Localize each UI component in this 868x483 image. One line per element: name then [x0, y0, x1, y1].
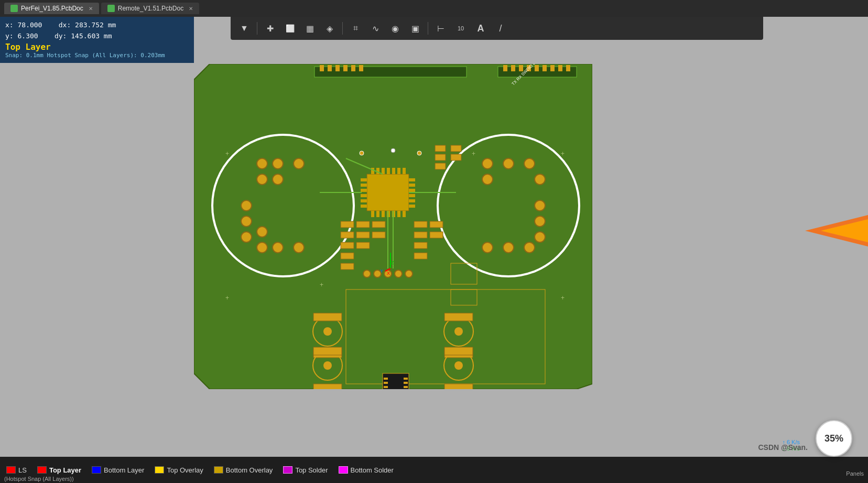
svg-rect-64	[371, 211, 374, 217]
svg-rect-109	[444, 313, 473, 321]
layer-label-bottom: Bottom Layer	[104, 466, 144, 474]
text-tool[interactable]: A	[471, 20, 490, 37]
component-tool[interactable]: ◈	[320, 20, 339, 37]
toolbar-sep-3	[428, 22, 428, 35]
svg-rect-78	[341, 242, 354, 249]
toolbar-sep-2	[342, 22, 343, 35]
svg-rect-70	[403, 211, 406, 217]
tab-close-perfei[interactable]: ✕	[89, 6, 93, 12]
csdn-watermark: CSDN @Svan.	[758, 443, 808, 452]
layer-ls[interactable]: LS	[6, 466, 27, 474]
svg-point-42	[503, 242, 514, 253]
titlebar: PerFei_V1.85.PcbDoc ✕ Remote_V1.51.PcbDo…	[0, 0, 868, 17]
svg-rect-83	[356, 242, 370, 249]
svg-text:X: X	[387, 271, 390, 276]
svg-rect-86	[414, 221, 427, 228]
layer-bottom[interactable]: Bottom Layer	[92, 466, 144, 474]
route-tool[interactable]: ⌗	[346, 20, 365, 37]
svg-point-40	[535, 232, 545, 242]
layer-swatch-top-overlay	[155, 466, 164, 474]
layer-swatch-bottom	[92, 466, 101, 474]
zoom-circle[interactable]: 35%	[816, 420, 852, 457]
svg-point-36	[535, 174, 545, 185]
svg-rect-79	[341, 253, 354, 259]
svg-point-21	[273, 158, 283, 169]
tab-perfei[interactable]: PerFei_V1.85.PcbDoc ✕	[4, 3, 99, 14]
svg-point-152	[417, 151, 421, 155]
svg-point-33	[482, 158, 493, 169]
panels-button[interactable]: Panels	[846, 470, 864, 477]
add-tool[interactable]: ✚	[261, 20, 279, 37]
svg-rect-89	[414, 253, 427, 259]
measure-tool[interactable]: ⊢	[431, 20, 450, 37]
svg-rect-7	[359, 65, 363, 71]
svg-rect-85	[372, 232, 385, 238]
svg-point-39	[535, 216, 545, 227]
layer-label-bottom-solder: Bottom Solder	[351, 466, 394, 474]
layer-label-ls: LS	[18, 466, 27, 474]
svg-point-30	[294, 242, 304, 253]
layer-bottom-solder[interactable]: Bottom Solder	[339, 466, 394, 474]
svg-point-28	[257, 242, 267, 253]
svg-rect-84	[372, 221, 385, 228]
svg-point-26	[241, 216, 252, 227]
arc-tool[interactable]: ∿	[366, 20, 385, 37]
tab-close-remote[interactable]: ✕	[189, 6, 193, 12]
tab-label-perfei: PerFei_V1.85.PcbDoc	[21, 5, 83, 12]
svg-text:+: +	[561, 150, 565, 157]
plane-tool[interactable]: ▣	[406, 20, 425, 37]
main-canvas[interactable]: TX RX SWDIO GND SWCLK 3.3V	[0, 17, 868, 457]
toolbar-sep-1	[257, 22, 257, 35]
svg-rect-60	[387, 168, 390, 174]
svg-text:+: +	[320, 281, 323, 288]
via-tool[interactable]: ◉	[386, 20, 405, 37]
svg-rect-11	[519, 65, 523, 71]
chart-tool[interactable]: ▦	[300, 20, 319, 37]
svg-point-151	[360, 151, 364, 155]
svg-point-38	[535, 200, 545, 211]
svg-rect-76	[341, 221, 354, 228]
svg-point-22	[294, 158, 304, 169]
svg-rect-47	[361, 189, 367, 192]
svg-rect-52	[409, 184, 415, 187]
numbering-tool[interactable]: 10	[451, 20, 470, 37]
filter-tool[interactable]: ▼	[235, 20, 254, 37]
svg-rect-17	[566, 65, 570, 71]
tab-label-remote: Remote_V1.51.PcbDoc	[118, 5, 183, 12]
layer-top-solder[interactable]: Top Solder	[283, 466, 328, 474]
svg-rect-44	[367, 174, 409, 211]
zoom-value: 35%	[824, 433, 843, 444]
line-tool[interactable]: /	[491, 20, 510, 37]
pcb-board[interactable]: TX RX SWDIO GND SWCLK 3.3V	[194, 64, 592, 389]
layer-label-bottom-overlay: Bottom Overlay	[226, 466, 273, 474]
svg-rect-53	[409, 189, 415, 192]
layer-top[interactable]: Top Layer	[37, 466, 81, 474]
svg-rect-51	[409, 178, 415, 181]
layer-top-overlay[interactable]: Top Overlay	[155, 466, 203, 474]
svg-rect-14	[542, 65, 547, 71]
svg-rect-9	[503, 65, 507, 71]
svg-rect-117	[444, 347, 473, 355]
svg-rect-82	[356, 232, 370, 238]
coord-x: x: 78.000 dx: 283.752 mm	[5, 20, 189, 31]
svg-rect-61	[392, 168, 395, 174]
svg-point-20	[257, 158, 267, 169]
svg-rect-50	[361, 205, 367, 208]
tab-remote[interactable]: Remote_V1.51.PcbDoc ✕	[101, 3, 199, 14]
active-layer-name: Top Layer	[5, 42, 189, 52]
svg-rect-62	[397, 168, 400, 174]
svg-point-108	[454, 327, 463, 336]
svg-rect-54	[409, 194, 415, 197]
svg-rect-105	[313, 313, 342, 321]
svg-rect-65	[376, 211, 379, 217]
right-arrow-inner	[821, 219, 868, 242]
svg-text:+: +	[561, 294, 565, 302]
select-rect-tool[interactable]: ⬜	[280, 20, 299, 37]
svg-rect-45	[361, 178, 367, 181]
svg-rect-121	[384, 382, 388, 384]
layer-bottom-overlay[interactable]: Bottom Overlay	[214, 466, 273, 474]
svg-point-92	[363, 270, 371, 277]
svg-rect-69	[397, 211, 400, 217]
snap-info: Snap: 0.1mm Hotspot Snap (All Layers): 0…	[5, 52, 189, 59]
svg-rect-13	[535, 65, 539, 71]
